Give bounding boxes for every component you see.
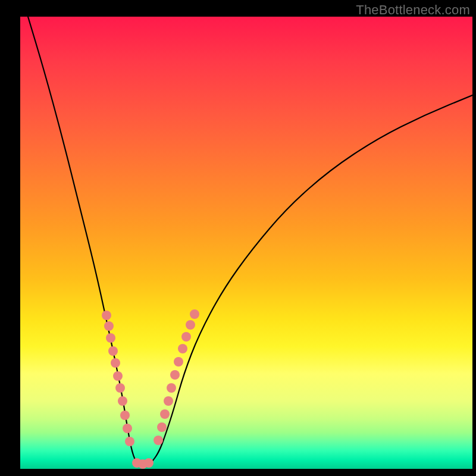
chart-svg (20, 17, 472, 469)
data-dot (190, 309, 199, 319)
data-dot (115, 383, 125, 393)
data-dot (174, 357, 183, 367)
plot-area (20, 17, 472, 469)
data-dot (167, 383, 176, 393)
data-dot (118, 396, 127, 406)
data-dot (108, 346, 118, 356)
data-dot (102, 311, 111, 320)
data-dot (106, 333, 115, 343)
watermark-text: TheBottleneck.com (356, 2, 470, 18)
data-dot (164, 396, 173, 406)
dots-bottom-group (132, 458, 154, 469)
data-dot (144, 458, 154, 468)
data-dot (170, 370, 180, 380)
dots-left-group (102, 311, 134, 446)
data-dot (181, 332, 191, 342)
data-dot (104, 321, 114, 331)
bottleneck-curve (28, 17, 472, 466)
data-dot (178, 344, 187, 353)
data-dot (157, 422, 167, 432)
chart-stage: TheBottleneck.com (0, 0, 476, 476)
data-dot (125, 437, 134, 446)
data-dot (111, 358, 120, 368)
data-dot (123, 424, 132, 433)
data-dot (186, 320, 195, 330)
data-dot (154, 436, 163, 445)
data-dot (160, 409, 170, 419)
dots-right-group (154, 309, 199, 445)
data-dot (113, 371, 123, 381)
data-dot (120, 411, 130, 420)
